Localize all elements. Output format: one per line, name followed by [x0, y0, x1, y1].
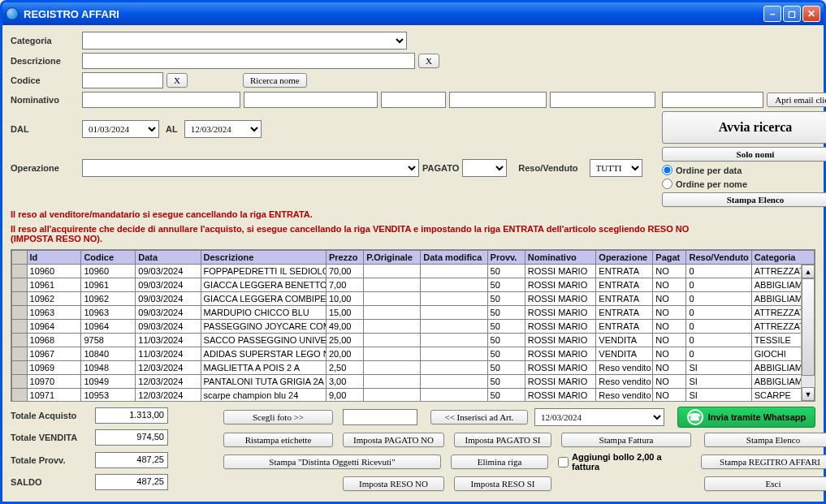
table-cell[interactable]: 0 — [686, 278, 751, 292]
table-cell[interactable]: 12/03/2024 — [136, 375, 201, 389]
column-header[interactable]: Pagat — [653, 251, 686, 265]
table-cell[interactable] — [421, 320, 487, 334]
table-cell[interactable]: 10962 — [81, 292, 136, 306]
table-row[interactable]: 109641096409/03/2024PASSEGGINO JOYCARE C… — [12, 320, 815, 334]
table-cell[interactable]: Reso vendito — [596, 361, 653, 375]
table-cell[interactable]: NO — [653, 347, 686, 361]
table-cell[interactable]: ENTRATA — [596, 278, 653, 292]
nominativo-input-5[interactable] — [550, 92, 655, 108]
imposta-pagato-no-button[interactable]: Imposta PAGATO NO — [343, 433, 444, 447]
nominativo-input-3[interactable] — [381, 92, 446, 108]
table-cell[interactable]: 0 — [686, 265, 751, 278]
table-cell[interactable]: 09/03/2024 — [136, 278, 201, 292]
table-cell[interactable] — [364, 375, 421, 389]
table-cell[interactable]: 10953 — [81, 389, 136, 403]
table-cell[interactable]: 50 — [487, 278, 525, 292]
table-cell[interactable]: 10960 — [27, 265, 81, 278]
stampa-elenco-bottom-button[interactable]: Stampa Elenco — [704, 433, 826, 447]
table-cell[interactable]: 10969 — [27, 361, 81, 375]
table-cell[interactable]: 50 — [487, 292, 525, 306]
stampa-distinta-button[interactable]: Stampa "Distinta Oggetti Ricevuti" — [223, 454, 441, 469]
table-cell[interactable]: ROSSI MARIO — [525, 320, 595, 334]
column-header[interactable]: Operazione — [596, 251, 653, 265]
table-row[interactable]: 109631096309/03/2024MARDUPIO CHICCO BLU1… — [12, 306, 815, 320]
table-cell[interactable] — [421, 292, 487, 306]
table-cell[interactable]: PASSEGGINO JOYCARE COM — [201, 320, 326, 334]
table-cell[interactable] — [421, 389, 487, 403]
table-cell[interactable]: ROSSI MARIO — [525, 347, 595, 361]
table-cell[interactable]: 0 — [686, 320, 751, 334]
table-cell[interactable]: 10,00 — [326, 292, 363, 306]
table-cell[interactable]: 49,00 — [326, 320, 363, 334]
table-cell[interactable]: 09/03/2024 — [136, 265, 201, 278]
apri-email-button[interactable]: Apri email cliente — [767, 93, 826, 107]
foto-input[interactable] — [343, 409, 417, 425]
table-cell[interactable] — [364, 278, 421, 292]
categoria-select[interactable] — [82, 32, 407, 50]
table-cell[interactable]: ROSSI MARIO — [525, 306, 595, 320]
table-cell[interactable]: GIACCA LEGGERA COMBIPEL — [201, 292, 326, 306]
table-cell[interactable] — [364, 361, 421, 375]
table-cell[interactable] — [364, 320, 421, 334]
table-cell[interactable]: MARDUPIO CHICCO BLU — [201, 306, 326, 320]
table-cell[interactable]: NO — [653, 361, 686, 375]
nominativo-input-2[interactable] — [244, 92, 378, 108]
table-cell[interactable]: ENTRATA — [596, 265, 653, 278]
dal-select[interactable]: 01/03/2024 — [82, 120, 159, 138]
ordine-nome-radio[interactable] — [662, 179, 672, 189]
table-cell[interactable]: NO — [653, 265, 686, 278]
table-cell[interactable]: 9758 — [81, 334, 136, 347]
table-cell[interactable]: SI — [686, 375, 751, 389]
minimize-button[interactable]: – — [763, 6, 781, 22]
table-cell[interactable] — [364, 347, 421, 361]
ordine-data-radio[interactable] — [662, 165, 672, 175]
al-select[interactable]: 12/03/2024 — [184, 120, 262, 138]
table-cell[interactable]: 10963 — [27, 306, 81, 320]
clear-codice-button[interactable]: X — [166, 73, 188, 88]
table-cell[interactable]: 11/03/2024 — [136, 334, 201, 347]
table-cell[interactable]: 15,00 — [326, 306, 363, 320]
ristampa-etichette-button[interactable]: Ristampa etichette — [223, 433, 333, 447]
table-cell[interactable]: 09/03/2024 — [136, 292, 201, 306]
table-cell[interactable]: SI — [686, 389, 751, 403]
column-header[interactable]: Reso/Venduto — [686, 251, 751, 265]
column-header[interactable]: Provv. — [487, 251, 525, 265]
data-bottom-select[interactable]: 12/03/2024 — [534, 408, 664, 426]
table-cell[interactable]: 50 — [487, 334, 525, 347]
whatsapp-button[interactable]: ☎ Invia tramite Whatsapp — [677, 407, 815, 428]
table-cell[interactable]: 10971 — [27, 389, 81, 403]
nominativo-input-6[interactable] — [662, 92, 763, 108]
table-cell[interactable]: PANTALONI TUTA GRIGIA 2A — [201, 375, 326, 389]
table-cell[interactable]: ADIDAS SUPERSTAR LEGO N — [201, 347, 326, 361]
table-cell[interactable]: 09/03/2024 — [136, 320, 201, 334]
table-cell[interactable]: 10963 — [81, 306, 136, 320]
table-cell[interactable]: VENDITA — [596, 334, 653, 347]
table-cell[interactable]: MAGLIETTA A POIS 2 A — [201, 361, 326, 375]
table-cell[interactable]: scarpe champion blu 24 — [201, 389, 326, 403]
table-cell[interactable]: Reso vendito — [596, 375, 653, 389]
table-row[interactable]: 109701094912/03/2024PANTALONI TUTA GRIGI… — [12, 375, 815, 389]
table-cell[interactable]: 10968 — [27, 334, 81, 347]
table-cell[interactable] — [421, 265, 487, 278]
table-cell[interactable]: 10970 — [27, 375, 81, 389]
table-cell[interactable]: GIACCA LEGGERA BENETTON — [201, 278, 326, 292]
table-cell[interactable] — [421, 278, 487, 292]
table-cell[interactable]: ROSSI MARIO — [525, 278, 595, 292]
table-cell[interactable] — [421, 347, 487, 361]
table-cell[interactable]: NO — [653, 306, 686, 320]
table-cell[interactable]: ROSSI MARIO — [525, 361, 595, 375]
table-cell[interactable]: 11/03/2024 — [136, 347, 201, 361]
operazione-select[interactable] — [82, 159, 419, 177]
table-cell[interactable]: 50 — [487, 306, 525, 320]
table-cell[interactable]: ENTRATA — [596, 320, 653, 334]
inserisci-art-button[interactable]: << Inserisci ad Art. — [430, 410, 528, 424]
pagato-select[interactable] — [462, 159, 507, 177]
imposta-reso-no-button[interactable]: Imposta RESO NO — [343, 476, 444, 491]
table-cell[interactable]: 70,00 — [326, 265, 363, 278]
table-cell[interactable] — [421, 361, 487, 375]
table-cell[interactable]: 10964 — [81, 320, 136, 334]
table-cell[interactable]: 12/03/2024 — [136, 389, 201, 403]
table-cell[interactable]: 10961 — [81, 278, 136, 292]
table-cell[interactable]: 50 — [487, 320, 525, 334]
table-cell[interactable]: 0 — [686, 292, 751, 306]
